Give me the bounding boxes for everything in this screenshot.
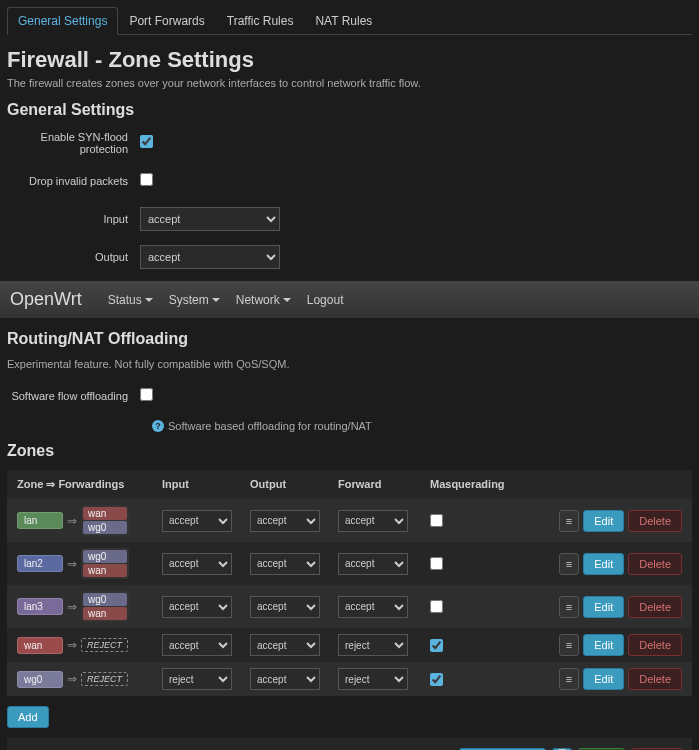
th-forward: Forward (338, 478, 426, 491)
zone-badge: lan3 (17, 598, 63, 615)
forwarding-stack: wg0wan (81, 591, 129, 622)
tab-traffic-rules[interactable]: Traffic Rules (216, 7, 305, 34)
input-label: Input (7, 213, 140, 225)
output-select[interactable]: accept (140, 245, 280, 269)
zone-lan3-masq-checkbox[interactable] (430, 600, 443, 613)
edit-button[interactable]: Edit (583, 553, 624, 575)
syn-label: Enable SYN-flood protection (7, 131, 140, 155)
edit-button[interactable]: Edit (583, 510, 624, 532)
fwd-badge-wg0: wg0 (83, 593, 127, 606)
drag-handle-icon[interactable]: ≡ (559, 510, 579, 532)
nav-network[interactable]: Network (236, 293, 291, 307)
zone-wan-masq-checkbox[interactable] (430, 639, 443, 652)
zone-lan-out-select[interactable]: accept (250, 510, 320, 532)
nav-logout[interactable]: Logout (307, 293, 344, 307)
th-output: Output (250, 478, 338, 491)
zone-row-wg0: wg0⇒REJECTrejectacceptreject≡EditDelete (7, 662, 692, 696)
chevron-down-icon (212, 298, 220, 302)
zone-lan-masq-checkbox[interactable] (430, 514, 443, 527)
page-title: Firewall - Zone Settings (7, 47, 692, 73)
zone-wg0-masq-checkbox[interactable] (430, 673, 443, 686)
th-zone: Zone ⇒ Forwardings (17, 478, 162, 491)
zone-lan-f-select[interactable]: accept (338, 510, 408, 532)
footer-actions: Save & Apply Save Reset (7, 738, 692, 750)
zone-badge: lan2 (17, 555, 63, 572)
forwarding-stack: wg0wan (81, 548, 129, 579)
fwd-badge-wan: wan (83, 607, 127, 620)
offload-desc: Experimental feature. Not fully compatib… (7, 358, 692, 370)
tabs: General SettingsPort ForwardsTraffic Rul… (7, 7, 692, 35)
drag-handle-icon[interactable]: ≡ (559, 596, 579, 618)
add-button[interactable]: Add (7, 706, 49, 728)
zone-row-lan2: lan2⇒wg0wanacceptacceptaccept≡EditDelete (7, 542, 692, 585)
nav-status[interactable]: Status (108, 293, 153, 307)
zone-row-lan: lan⇒wanwg0acceptacceptaccept≡EditDelete (7, 499, 692, 542)
edit-button[interactable]: Edit (583, 668, 624, 690)
zone-lan2-masq-checkbox[interactable] (430, 557, 443, 570)
edit-button[interactable]: Edit (583, 634, 624, 656)
zone-lan2-out-select[interactable]: accept (250, 553, 320, 575)
table-header: Zone ⇒ Forwardings Input Output Forward … (7, 470, 692, 499)
navbar: OpenWrt Status System Network Logout (0, 281, 699, 318)
reject-badge: REJECT (81, 638, 128, 652)
nav-system[interactable]: System (169, 293, 220, 307)
fwd-badge-wan: wan (83, 564, 127, 577)
offload-help: Software based offloading for routing/NA… (168, 420, 372, 432)
drag-handle-icon[interactable]: ≡ (559, 553, 579, 575)
zone-wg0-out-select[interactable]: accept (250, 668, 320, 690)
info-icon: ? (152, 420, 164, 432)
zone-wg0-in-select[interactable]: reject (162, 668, 232, 690)
zone-lan2-f-select[interactable]: accept (338, 553, 408, 575)
offload-label: Software flow offloading (7, 390, 140, 402)
arrow-icon: ⇒ (67, 672, 77, 686)
zone-lan3-in-select[interactable]: accept (162, 596, 232, 618)
zone-lan3-out-select[interactable]: accept (250, 596, 320, 618)
zone-lan3-f-select[interactable]: accept (338, 596, 408, 618)
fwd-badge-wg0: wg0 (83, 521, 127, 534)
edit-button[interactable]: Edit (583, 596, 624, 618)
zone-badge: lan (17, 512, 63, 529)
fwd-badge-wan: wan (83, 507, 127, 520)
drag-handle-icon[interactable]: ≡ (559, 668, 579, 690)
zone-row-wan: wan⇒REJECTacceptacceptreject≡EditDelete (7, 628, 692, 662)
zone-lan2-in-select[interactable]: accept (162, 553, 232, 575)
zone-wan-out-select[interactable]: accept (250, 634, 320, 656)
drag-handle-icon[interactable]: ≡ (559, 634, 579, 656)
tab-nat-rules[interactable]: NAT Rules (304, 7, 383, 34)
drop-checkbox[interactable] (140, 173, 153, 186)
tab-general-settings[interactable]: General Settings (7, 7, 118, 35)
arrow-icon: ⇒ (67, 600, 77, 614)
delete-button[interactable]: Delete (628, 634, 682, 656)
delete-button[interactable]: Delete (628, 553, 682, 575)
page-subtitle: The firewall creates zones over your net… (7, 77, 692, 89)
drop-label: Drop invalid packets (7, 175, 140, 187)
section-general-heading: General Settings (7, 101, 692, 119)
arrow-icon: ⇒ (67, 638, 77, 652)
chevron-down-icon (145, 298, 153, 302)
output-label: Output (7, 251, 140, 263)
zone-badge: wg0 (17, 671, 63, 688)
delete-button[interactable]: Delete (628, 596, 682, 618)
zones-heading: Zones (7, 442, 692, 460)
zone-row-lan3: lan3⇒wg0wanacceptacceptaccept≡EditDelete (7, 585, 692, 628)
chevron-down-icon (283, 298, 291, 302)
th-masq: Masquerading (426, 478, 514, 491)
arrow-icon: ⇒ (67, 514, 77, 528)
zone-wg0-f-select[interactable]: reject (338, 668, 408, 690)
tab-port-forwards[interactable]: Port Forwards (118, 7, 215, 34)
arrow-icon: ⇒ (67, 557, 77, 571)
zone-wan-in-select[interactable]: accept (162, 634, 232, 656)
offload-heading: Routing/NAT Offloading (7, 330, 692, 348)
brand: OpenWrt (10, 289, 82, 310)
input-select[interactable]: accept (140, 207, 280, 231)
zone-wan-f-select[interactable]: reject (338, 634, 408, 656)
fwd-badge-wg0: wg0 (83, 550, 127, 563)
syn-checkbox[interactable] (140, 135, 153, 148)
zone-badge: wan (17, 637, 63, 654)
offload-checkbox[interactable] (140, 388, 153, 401)
delete-button[interactable]: Delete (628, 668, 682, 690)
forwarding-stack: wanwg0 (81, 505, 129, 536)
delete-button[interactable]: Delete (628, 510, 682, 532)
zone-lan-in-select[interactable]: accept (162, 510, 232, 532)
zones-table: Zone ⇒ Forwardings Input Output Forward … (7, 470, 692, 696)
